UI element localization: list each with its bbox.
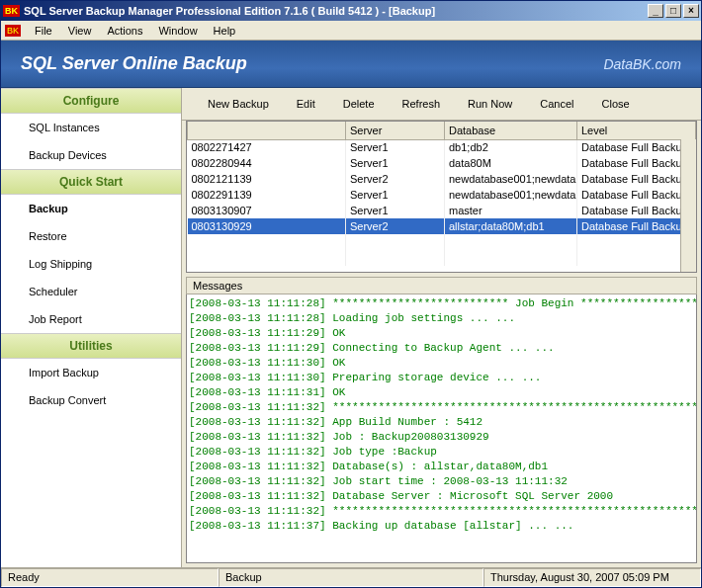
section-quick-start[interactable]: Quick Start: [1, 169, 181, 195]
log-line: [2008-03-13 11:11:30] OK: [189, 356, 694, 371]
status-mid: Backup: [219, 568, 483, 587]
new-backup-button[interactable]: New Backup: [194, 96, 283, 112]
sidebar-item-log-shipping[interactable]: Log Shipping: [1, 250, 181, 278]
menu-view[interactable]: View: [60, 23, 100, 39]
toolbar: New Backup Edit Delete Refresh Run Now C…: [182, 88, 701, 121]
table-row[interactable]: 0802291139Server1newdatabase001;newdatab…: [188, 187, 696, 203]
window-title: SQL Server Backup Manager Professional E…: [24, 5, 648, 17]
edit-button[interactable]: Edit: [283, 96, 329, 112]
log-line: [2008-03-13 11:11:32] Database Server : …: [189, 489, 694, 504]
table-cell: Server1: [346, 203, 445, 218]
table-cell: allstar;data80M;db1: [445, 218, 577, 234]
maximize-button[interactable]: □: [665, 4, 681, 18]
table-row-empty: [188, 250, 696, 266]
vertical-scrollbar[interactable]: [680, 139, 696, 272]
banner: SQL Server Online Backup DataBK.com: [1, 41, 701, 88]
log-line: [2008-03-13 11:11:28] Loading job settin…: [189, 311, 694, 326]
log-line: [2008-03-13 11:11:32] Job start time : 2…: [189, 474, 694, 489]
run-now-button[interactable]: Run Now: [454, 96, 526, 112]
table-cell: newdatabase001;newdatabase002: [445, 187, 577, 203]
table-cell: newdatabase001;newdatabase00...: [445, 171, 577, 187]
backup-table[interactable]: Server Database Level 0802271427Server1d…: [187, 122, 696, 266]
table-row-empty: [188, 234, 696, 250]
table-row[interactable]: 0803130907Server1masterDatabase Full Bac…: [188, 203, 696, 218]
table-cell: db1;db2: [445, 139, 577, 155]
col-server[interactable]: Server: [346, 122, 445, 139]
table-row[interactable]: 0803130929Server2allstar;data80M;db1Data…: [188, 218, 696, 234]
status-right: Thursday, August 30, 2007 05:09 PM: [483, 568, 701, 587]
messages-panel[interactable]: [2008-03-13 11:11:28] ******************…: [186, 294, 697, 563]
table-cell: Database Full Backup: [577, 203, 696, 218]
table-cell: master: [445, 203, 577, 218]
table-row[interactable]: 0802121139Server2newdatabase001;newdatab…: [188, 171, 696, 187]
log-line: [2008-03-13 11:11:32] Job : Backup200803…: [189, 430, 694, 445]
sidebar-item-sql-instances[interactable]: SQL Instances: [1, 114, 181, 141]
close-button-toolbar[interactable]: Close: [588, 96, 644, 112]
menu-actions[interactable]: Actions: [99, 23, 150, 39]
log-line: [2008-03-13 11:11:37] Backing up databas…: [189, 519, 694, 534]
refresh-button[interactable]: Refresh: [389, 96, 455, 112]
sidebar-item-job-report[interactable]: Job Report: [1, 305, 181, 333]
sidebar: Configure SQL Instances Backup Devices Q…: [1, 88, 182, 567]
table-cell: Server1: [346, 155, 445, 171]
table-cell: Server2: [346, 218, 445, 234]
col-level[interactable]: Level: [577, 122, 696, 139]
table-cell: Server1: [346, 187, 445, 203]
log-line: [2008-03-13 11:11:29] OK: [189, 326, 694, 341]
minimize-button[interactable]: _: [648, 4, 663, 18]
table-header-row[interactable]: Server Database Level: [188, 122, 696, 139]
log-line: [2008-03-13 11:11:31] OK: [189, 385, 694, 400]
body: Configure SQL Instances Backup Devices Q…: [1, 88, 701, 567]
menu-file[interactable]: File: [27, 23, 60, 39]
log-line: [2008-03-13 11:11:32] ******************…: [189, 400, 694, 415]
log-line: [2008-03-13 11:11:30] Preparing storage …: [189, 371, 694, 385]
table-row[interactable]: 0802271427Server1db1;db2Database Full Ba…: [188, 139, 696, 155]
window-buttons: _ □ ×: [648, 4, 699, 18]
table-cell: 0802121139: [188, 171, 346, 187]
table-cell: Server1: [346, 139, 445, 155]
col-database[interactable]: Database: [445, 122, 577, 139]
log-line: [2008-03-13 11:11:28] ******************…: [189, 296, 694, 311]
statusbar: Ready Backup Thursday, August 30, 2007 0…: [1, 567, 701, 587]
table-cell: Database Full Backup: [577, 171, 696, 187]
table-cell: 0802291139: [188, 187, 346, 203]
table-cell: Database Full Backup: [577, 187, 696, 203]
table-cell: Server2: [346, 171, 445, 187]
cancel-button[interactable]: Cancel: [526, 96, 587, 112]
sidebar-item-import-backup[interactable]: Import Backup: [1, 359, 181, 386]
menubar: BK File View Actions Window Help: [1, 21, 701, 41]
banner-title: SQL Server Online Backup: [21, 53, 603, 74]
status-left: Ready: [1, 568, 219, 587]
table-row[interactable]: 0802280944Server1data80MDatabase Full Ba…: [188, 155, 696, 171]
delete-button[interactable]: Delete: [329, 96, 389, 112]
log-line: [2008-03-13 11:11:32] App Build Number :…: [189, 415, 694, 430]
log-line: [2008-03-13 11:11:32] ******************…: [189, 504, 694, 519]
table-cell: 0802280944: [188, 155, 346, 171]
table-cell: Database Full Backup: [577, 155, 696, 171]
main: New Backup Edit Delete Refresh Run Now C…: [182, 88, 701, 567]
table-cell: 0803130929: [188, 218, 346, 234]
menu-window[interactable]: Window: [150, 23, 205, 39]
section-configure[interactable]: Configure: [1, 88, 181, 114]
menu-help[interactable]: Help: [206, 23, 244, 39]
log-line: [2008-03-13 11:11:29] Connecting to Back…: [189, 341, 694, 356]
col-id[interactable]: [188, 122, 346, 139]
table-cell: Database Full Backup: [577, 139, 696, 155]
log-line: [2008-03-13 11:11:32] Job type :Backup: [189, 445, 694, 460]
titlebar[interactable]: BK SQL Server Backup Manager Professiona…: [1, 1, 701, 21]
sidebar-item-backup-convert[interactable]: Backup Convert: [1, 386, 181, 414]
backup-table-wrap: Server Database Level 0802271427Server1d…: [186, 121, 697, 273]
table-cell: 0802271427: [188, 139, 346, 155]
messages-header: Messages: [186, 277, 697, 294]
sidebar-item-scheduler[interactable]: Scheduler: [1, 278, 181, 305]
table-cell: Database Full Backup: [577, 218, 696, 234]
sidebar-item-backup-devices[interactable]: Backup Devices: [1, 141, 181, 169]
sidebar-item-backup[interactable]: Backup: [1, 195, 181, 222]
table-cell: 0803130907: [188, 203, 346, 218]
section-utilities[interactable]: Utilities: [1, 333, 181, 359]
app-window: BK SQL Server Backup Manager Professiona…: [0, 0, 702, 588]
sidebar-item-restore[interactable]: Restore: [1, 222, 181, 250]
menubar-icon: BK: [5, 25, 21, 37]
close-button[interactable]: ×: [683, 4, 699, 18]
table-cell: data80M: [445, 155, 577, 171]
